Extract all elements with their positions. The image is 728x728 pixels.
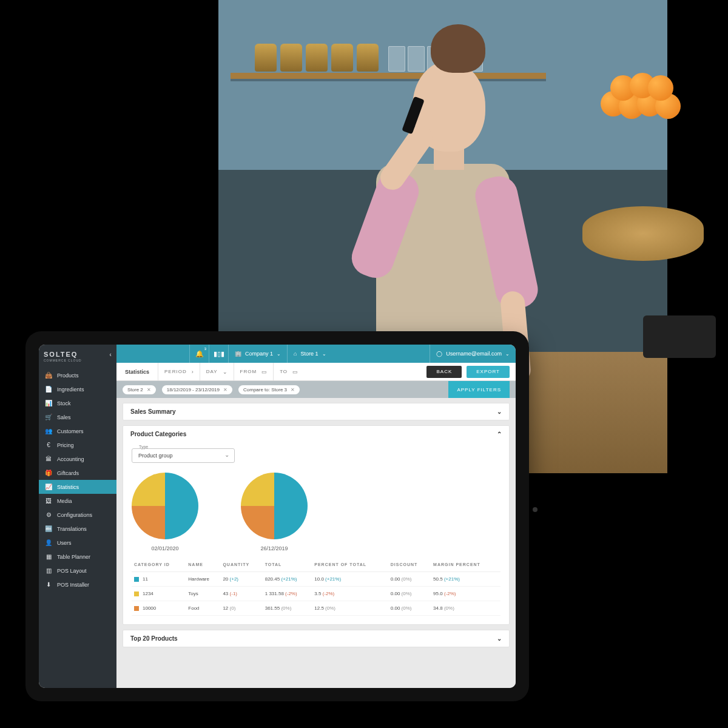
- bell-icon: 🔔: [195, 350, 204, 358]
- installer-icon: ⬇: [45, 581, 52, 588]
- sales-summary-header[interactable]: Sales Summary ⌄: [123, 403, 509, 420]
- barcode-icon: ▮▯▮: [214, 350, 224, 358]
- company-selector[interactable]: 🏢 Company 1 ⌄: [228, 345, 287, 363]
- close-icon[interactable]: ✕: [291, 387, 295, 393]
- chevron-up-icon: ⌃: [497, 431, 502, 437]
- table-header: TOTAL: [263, 558, 312, 572]
- filter-chip-date-range[interactable]: 18/12/2019 - 23/12/2019✕: [162, 385, 232, 394]
- apply-filters-button[interactable]: APPLY FILTERS: [448, 381, 510, 398]
- sidebar-item-media[interactable]: 🖼Media: [39, 494, 116, 508]
- sidebar-item-label: POS Layout: [57, 568, 87, 574]
- user-email: Username@email.com: [446, 351, 502, 357]
- sidebar-item-pricing[interactable]: €Pricing: [39, 438, 116, 452]
- sidebar-item-ingredients[interactable]: 📄Ingredients: [39, 382, 116, 396]
- user-menu[interactable]: ◯ Username@email.com ⌄: [430, 345, 516, 363]
- table-row: 10000Food12 (0)361.55 (0%)12.5 (0%)0.00 …: [132, 601, 500, 616]
- sidebar-item-users[interactable]: 👤Users: [39, 536, 116, 550]
- from-date-filter[interactable]: FROM ▭: [234, 363, 274, 380]
- sales-summary-panel: Sales Summary ⌄: [123, 403, 510, 420]
- table-header: DISCOUNT: [388, 558, 431, 572]
- to-date-filter[interactable]: TO ▭: [273, 363, 304, 380]
- sidebar-item-label: Pricing: [57, 442, 74, 448]
- sidebar-item-label: Configurations: [57, 512, 92, 518]
- users-icon: 👤: [45, 539, 52, 546]
- tablet-camera: [533, 507, 538, 512]
- export-button[interactable]: EXPORT: [467, 366, 510, 378]
- pie-chart: 26/12/2019: [241, 473, 308, 551]
- brand-name: SOLTEQ: [44, 351, 78, 358]
- type-selector[interactable]: Type Product group: [132, 448, 235, 463]
- top-20-products-header[interactable]: Top 20 Products ⌄: [123, 630, 509, 647]
- day-filter[interactable]: DAY ⌄: [200, 363, 234, 380]
- sidebar-item-statistics[interactable]: 📈Statistics: [39, 480, 116, 494]
- sidebar-item-label: POS Installer: [57, 582, 89, 588]
- sidebar-item-translations[interactable]: 🔤Translations: [39, 522, 116, 536]
- active-filters-bar: Store 2✕ 18/12/2019 - 23/12/2019✕ Compar…: [116, 381, 516, 398]
- cart-icon: 🛒: [45, 414, 52, 420]
- filter-chip-compare[interactable]: Compare to: Store 3✕: [238, 385, 300, 394]
- sidebar-item-pos-installer[interactable]: ⬇POS Installer: [39, 578, 116, 592]
- photo-canister: [255, 44, 277, 72]
- filter-bar: Statistics PERIOD › DAY ⌄ FROM ▭ TO ▭: [116, 363, 516, 381]
- sidebar-item-label: Giftcards: [57, 470, 79, 476]
- close-icon[interactable]: ✕: [147, 387, 151, 393]
- media-icon: 🖼: [45, 497, 52, 504]
- filter-chip-store[interactable]: Store 2✕: [123, 385, 156, 394]
- photo-card-terminal: [643, 315, 716, 358]
- calendar-icon: ▭: [261, 369, 267, 375]
- company-label: Company 1: [245, 351, 273, 357]
- sidebar-item-accounting[interactable]: 🏛Accounting: [39, 452, 116, 466]
- sidebar-item-label: Statistics: [57, 484, 79, 490]
- chart-icon: 📈: [45, 484, 52, 490]
- chevron-down-icon: ⌄: [223, 369, 228, 375]
- sidebar-item-label: Table Planner: [57, 554, 90, 560]
- categories-table: CATEGORY IDNAMEQUANTITYTOTALPERCENT OF T…: [132, 558, 500, 616]
- back-button[interactable]: BACK: [426, 366, 462, 378]
- sidebar-item-pos-layout[interactable]: ▥POS Layout: [39, 564, 116, 578]
- brand-logo: SOLTEQ COMMERCE CLOUD ‹: [39, 345, 116, 368]
- sliders-icon: ⚙: [45, 511, 52, 518]
- close-icon[interactable]: ✕: [223, 387, 228, 393]
- pie-charts-row: 02/01/202026/12/2019: [132, 470, 500, 558]
- sidebar-item-label: Products: [57, 372, 79, 379]
- product-categories-header[interactable]: Product Categories ⌃: [123, 426, 509, 442]
- chevron-down-icon: ⌄: [277, 351, 281, 357]
- euro-icon: €: [45, 442, 52, 448]
- photo-canister: [306, 44, 328, 72]
- table-row: 1234Toys43 (-1)1 331.58 (-2%)3.5 (-2%)0.…: [132, 587, 500, 601]
- sidebar-item-customers[interactable]: 👥Customers: [39, 424, 116, 438]
- sidebar-item-sales[interactable]: 🛒Sales: [39, 410, 116, 424]
- calendar-icon: ▭: [292, 369, 298, 375]
- notification-count: 3: [204, 347, 206, 351]
- category-swatch: [134, 592, 139, 596]
- sidebar-item-label: Sales: [57, 414, 71, 420]
- table-header: PERCENT OF TOTAL: [312, 558, 388, 572]
- user-icon: ◯: [436, 351, 442, 357]
- sidebar-item-giftcards[interactable]: 🎁Giftcards: [39, 466, 116, 480]
- chevron-down-icon: ⌄: [322, 351, 326, 357]
- sidebar: SOLTEQ COMMERCE CLOUD ‹ 👜Products📄Ingred…: [39, 345, 116, 688]
- sidebar-item-configurations[interactable]: ⚙Configurations: [39, 508, 116, 522]
- sidebar-item-table-planner[interactable]: ▦Table Planner: [39, 550, 116, 564]
- page-title: Statistics: [116, 369, 158, 375]
- bag-icon: 👜: [45, 372, 52, 379]
- table-header: MARGIN PERCENT: [431, 558, 500, 572]
- chevron-right-icon: ›: [192, 369, 194, 375]
- period-filter[interactable]: PERIOD ›: [158, 363, 200, 380]
- layout-icon: ▥: [45, 567, 52, 574]
- sidebar-item-label: Ingredients: [57, 386, 84, 393]
- notifications-button[interactable]: 🔔 3: [189, 345, 209, 363]
- sidebar-item-stock[interactable]: 📊Stock: [39, 396, 116, 410]
- pie-caption: 26/12/2019: [241, 545, 308, 551]
- gift-icon: 🎁: [45, 470, 52, 476]
- product-categories-panel: Product Categories ⌃ Type Product group …: [123, 425, 510, 625]
- pie-graphic: [241, 473, 308, 539]
- brand-subtitle: COMMERCE CLOUD: [44, 359, 112, 362]
- tablet-device: SOLTEQ COMMERCE CLOUD ‹ 👜Products📄Ingred…: [25, 331, 529, 701]
- translate-icon: 🔤: [45, 525, 52, 532]
- sidebar-item-products[interactable]: 👜Products: [39, 368, 116, 382]
- barcode-button[interactable]: ▮▯▮: [209, 345, 228, 363]
- sidebar-collapse-icon[interactable]: ‹: [109, 351, 113, 358]
- store-selector[interactable]: ⌂ Store 1 ⌄: [287, 345, 332, 363]
- table-row: 11Hardware20 (+2)820.45 (+21%)10.0 (+21%…: [132, 572, 500, 587]
